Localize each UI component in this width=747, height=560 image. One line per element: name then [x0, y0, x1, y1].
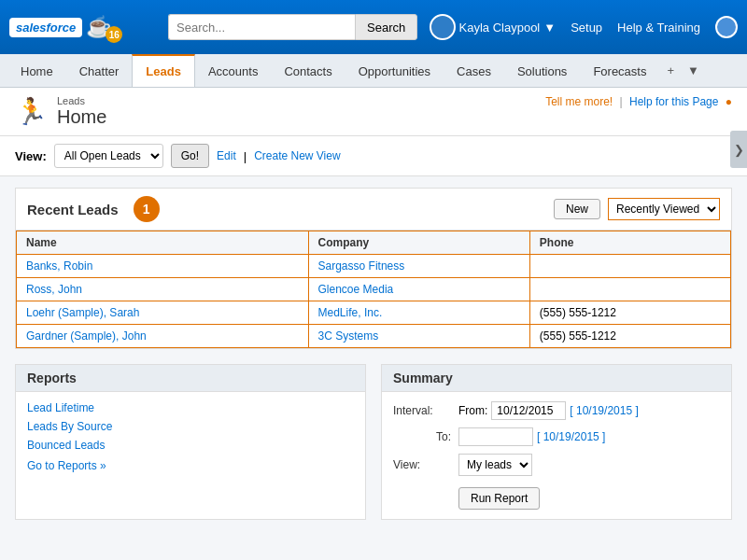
nav-home[interactable]: Home	[7, 54, 66, 87]
help-icon: ●	[726, 95, 732, 108]
goto-reports-link[interactable]: Go to Reports »	[27, 459, 354, 472]
view-bar: View: All Open Leads Go! Edit | Create N…	[0, 136, 747, 176]
breadcrumb: Leads	[57, 95, 106, 106]
reports-header: Reports	[16, 365, 365, 392]
page-container: 🏃 Leads Home Tell me more! | Help for th…	[0, 88, 747, 560]
summary-header: Summary	[382, 365, 731, 392]
breadcrumb-title: Leads Home	[57, 95, 106, 128]
reports-content: Lead Lifetime Leads By Source Bounced Le…	[16, 392, 365, 487]
bounced-leads-link[interactable]: Bounced Leads	[27, 439, 354, 452]
go-button[interactable]: Go!	[171, 144, 209, 168]
nav-chatter[interactable]: Chatter	[66, 54, 133, 87]
col-company: Company	[308, 231, 529, 255]
lead-name-link[interactable]: Ross, John	[26, 283, 82, 296]
table-row: Gardner (Sample), John3C Systems(555) 55…	[17, 325, 731, 348]
view-dropdown[interactable]: All Open Leads	[54, 144, 163, 168]
search-area: Search	[168, 14, 420, 40]
lead-company-cell: Sargasso Fitness	[308, 255, 529, 278]
to-date-input[interactable]	[458, 427, 533, 446]
interval-label: Interval:	[393, 404, 458, 417]
search-input[interactable]	[168, 14, 355, 40]
user-name: Kayla Claypool	[459, 21, 541, 35]
lead-name-link[interactable]: Loehr (Sample), Sarah	[26, 306, 139, 319]
section-title-area: Recent Leads 1	[27, 196, 160, 222]
user-dropdown-icon[interactable]: ▼	[543, 21, 556, 35]
page-header-left: 🏃 Leads Home	[15, 95, 106, 128]
leads-by-source-link[interactable]: Leads By Source	[27, 420, 354, 433]
summary-content: Interval: From: [ 10/19/2015 ] To: [ 10/…	[382, 392, 731, 519]
section-controls: New Recently Viewed	[554, 198, 720, 220]
lead-name-link[interactable]: Gardner (Sample), John	[26, 329, 147, 343]
help-training-link[interactable]: Help & Training	[617, 21, 700, 35]
table-row: Loehr (Sample), SarahMedLife, Inc.(555) …	[17, 301, 731, 325]
lead-name-link[interactable]: Banks, Robin	[26, 259, 92, 273]
main-navbar: Home Chatter Leads Accounts Contacts Opp…	[0, 54, 747, 88]
table-row: Banks, RobinSargasso Fitness	[17, 255, 731, 278]
page-header-right: Tell me more! | Help for this Page ●	[545, 95, 732, 108]
lead-company-link[interactable]: Glencoe Media	[318, 283, 394, 296]
from-bracket-link[interactable]: [ 10/19/2015 ]	[570, 404, 638, 417]
summary-view-dropdown[interactable]: My leads All leads	[458, 454, 532, 476]
new-lead-button[interactable]: New	[554, 199, 600, 219]
nav-solutions[interactable]: Solutions	[504, 54, 580, 87]
leads-table: Name Company Phone Banks, RobinSargasso …	[16, 231, 731, 348]
nav-contacts[interactable]: Contacts	[271, 54, 345, 87]
run-report-button[interactable]: Run Report	[458, 487, 540, 510]
to-bracket-link[interactable]: [ 10/19/2015 ]	[537, 430, 605, 443]
view-label: View:	[15, 149, 47, 163]
lead-name-cell: Gardner (Sample), John	[17, 325, 309, 348]
user-avatar-icon	[715, 16, 738, 38]
recent-leads-title: Recent Leads	[27, 202, 119, 217]
create-view-link[interactable]: Create New View	[254, 149, 340, 162]
search-button[interactable]: Search	[355, 14, 417, 40]
goto-reports: Go to Reports »	[27, 459, 354, 472]
recently-viewed-dropdown[interactable]: Recently Viewed	[608, 198, 720, 220]
lead-company-cell: Glencoe Media	[308, 278, 529, 301]
lead-name-cell: Ross, John	[17, 278, 309, 301]
lead-company-link[interactable]: Sargasso Fitness	[318, 259, 405, 273]
lead-phone-cell: (555) 555-1212	[529, 325, 730, 348]
setup-link[interactable]: Setup	[571, 21, 602, 35]
run-report-row: Run Report	[393, 483, 720, 510]
col-phone: Phone	[529, 231, 730, 255]
nav-forecasts[interactable]: Forecasts	[580, 54, 659, 87]
nav-leads[interactable]: Leads	[132, 54, 195, 87]
lead-company-link[interactable]: 3C Systems	[318, 329, 379, 343]
lead-lifetime-link[interactable]: Lead Lifetime	[27, 401, 354, 414]
main-content: Recent Leads 1 New Recently Viewed Name	[0, 176, 747, 531]
reports-section: Reports Lead Lifetime Leads By Source Bo…	[15, 364, 366, 520]
nav-accounts[interactable]: Accounts	[195, 54, 271, 87]
user-menu[interactable]: Kayla Claypool ▼	[430, 14, 557, 40]
lead-phone-cell	[529, 255, 730, 278]
collapse-button[interactable]: ❯	[730, 131, 747, 168]
header-links: Kayla Claypool ▼ Setup Help & Training	[430, 14, 738, 40]
from-label: From:	[458, 404, 487, 417]
nav-cases[interactable]: Cases	[444, 54, 504, 87]
tell-me-more-link[interactable]: Tell me more!	[545, 95, 613, 108]
lead-name-cell: Loehr (Sample), Sarah	[17, 301, 309, 325]
avatar	[430, 14, 456, 40]
lead-name-cell: Banks, Robin	[17, 255, 309, 278]
view-row: View: My leads All leads	[393, 454, 720, 476]
badge-16: 16	[106, 26, 122, 43]
lead-phone-cell	[529, 278, 730, 301]
pipe-separator: |	[620, 95, 623, 108]
interval-row: Interval: From: [ 10/19/2015 ]	[393, 401, 720, 420]
nav-plus-button[interactable]: +	[659, 54, 682, 87]
leads-page-icon: 🏃	[15, 96, 48, 127]
lead-phone-cell: (555) 555-1212	[529, 301, 730, 325]
edit-view-link[interactable]: Edit	[217, 149, 236, 162]
bottom-grid: Reports Lead Lifetime Leads By Source Bo…	[15, 364, 732, 520]
nav-opportunities[interactable]: Opportunities	[345, 54, 444, 87]
table-row: Ross, JohnGlencoe Media	[17, 278, 731, 301]
summary-view-label: View:	[393, 458, 458, 471]
summary-section: Summary Interval: From: [ 10/19/2015 ] T…	[381, 364, 732, 520]
lead-company-cell: 3C Systems	[308, 325, 529, 348]
from-date-input[interactable]	[491, 401, 566, 420]
lead-company-link[interactable]: MedLife, Inc.	[318, 306, 383, 319]
pipe-sep2: |	[244, 149, 247, 163]
leads-badge: 1	[134, 196, 160, 222]
nav-more-arrow[interactable]: ▼	[682, 54, 705, 87]
help-page-link[interactable]: Help for this Page	[629, 95, 718, 108]
to-row: To: [ 10/19/2015 ]	[393, 427, 720, 446]
